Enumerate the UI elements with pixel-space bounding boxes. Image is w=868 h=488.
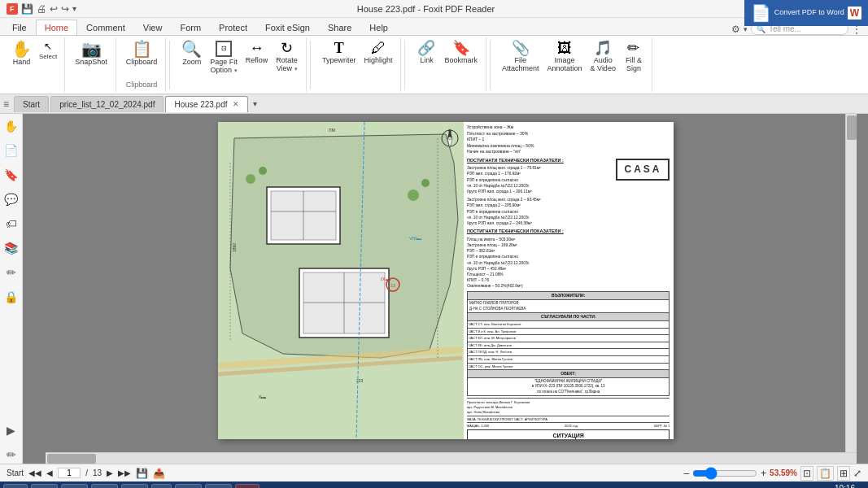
bookmark-button[interactable]: 🔖 Bookmark — [441, 39, 481, 67]
tab-protect[interactable]: Protect — [210, 20, 256, 35]
tab-home[interactable]: Home — [36, 20, 77, 35]
sidebar-collapse-btn[interactable]: ≡ — [3, 98, 9, 110]
taskbar-app2[interactable]: 🔴 — [205, 484, 232, 488]
start-button[interactable]: ⊞ — [3, 484, 28, 488]
hand-button[interactable]: ✋ Hand — [8, 39, 35, 68]
tab-price-list[interactable]: price_list_12_02_2024.pdf — [50, 96, 164, 112]
object-content: "ЕДНОФАМИЛНИ ЖИЛИЩНИ СГРАДИ" в УПИ IX–22… — [467, 378, 670, 396]
group-zoom: 🔍 Zoom ⊡ Page FitOption ▾ ↔ Reflow ↻ Rot… — [173, 37, 307, 92]
scrollbar-thumb-v[interactable] — [847, 115, 857, 140]
svg-text:N: N — [448, 129, 451, 133]
sidebar-tags[interactable]: 🏷 — [3, 215, 20, 233]
fill-sign-icon: ✏ — [627, 41, 639, 55]
convert-pdf-logo: W — [848, 7, 861, 20]
highlight-button[interactable]: 🖊 Highlight — [360, 39, 395, 67]
link-button[interactable]: 🔗 Link — [413, 39, 439, 67]
agreed-row-3: ЧАСТ ЕЛ: инж. М. Митрофанов — [467, 335, 670, 342]
tab-dropdown-btn[interactable]: ▾ — [253, 99, 257, 108]
nav-next-btn[interactable]: ▶ — [107, 468, 113, 477]
tab-form[interactable]: Form — [171, 20, 210, 35]
snapshot-button[interactable]: 📷 SnapShot — [72, 39, 111, 68]
pdf-page-content: ПМ 1892 X₂₂₃ 223 IX₂₂₃ VIII₂₂₄ 13 — [218, 122, 674, 439]
qat-print[interactable]: 🖨 — [37, 3, 46, 15]
taskbar-time-date: 10:16 27.2.2024 — [819, 483, 856, 488]
share-page-btn[interactable]: 📤 — [153, 468, 165, 479]
page-fit-button[interactable]: ⊡ Page FitOption ▾ — [207, 39, 241, 76]
tab-foxit-esign[interactable]: Foxit eSign — [256, 20, 319, 35]
zoom-slider[interactable] — [692, 467, 757, 480]
view-facing-btn[interactable]: ⊞ — [837, 466, 850, 481]
tab-comment[interactable]: Comment — [77, 20, 134, 35]
svg-point-22 — [246, 174, 255, 184]
taskbar-browser1[interactable]: 🌐 — [91, 484, 118, 488]
fullscreen-btn[interactable]: ⤢ — [853, 468, 861, 479]
sidebar-bookmarks[interactable]: 🔖 — [2, 166, 20, 184]
select-button[interactable]: ↖ Select — [37, 39, 59, 62]
convert-pdf-button[interactable]: 📄 Convert PDF to Word W — [744, 0, 868, 26]
tab-view[interactable]: View — [134, 20, 172, 35]
scrollbar-thumb-h[interactable] — [47, 454, 96, 464]
sidebar-security[interactable]: 🔒 — [2, 288, 20, 306]
taskbar-firefox[interactable]: 🦊 — [121, 484, 148, 488]
sidebar-layers[interactable]: 📚 — [2, 239, 20, 257]
section3-content: Площ на имота – 503.00м² Застроена площ … — [467, 237, 670, 290]
image-annotation-button[interactable]: 🖼 ImageAnnotation — [543, 39, 585, 75]
view-continuous-btn[interactable]: 📋 — [817, 466, 834, 481]
highlight-label: Highlight — [364, 57, 392, 65]
save-page-btn[interactable]: 💾 — [136, 468, 148, 479]
nav-prev-btn[interactable]: ◀ — [46, 468, 53, 477]
nav-first-btn[interactable]: ◀◀ — [28, 468, 41, 477]
status-bar: Start ◀◀ ◀ / 13 ▶ ▶▶ 💾 📤 – + 53.59% ⊡ 📋 … — [0, 464, 868, 481]
svg-text:1892: 1892 — [232, 243, 237, 252]
fill-sign-button[interactable]: ✏ Fill &Sign — [621, 39, 647, 75]
taskbar-app1[interactable]: 🟢 — [175, 484, 202, 488]
zone-line3: КПИТ – 1 — [467, 137, 670, 143]
tab-house-pdf[interactable]: House 223.pdf ✕ — [165, 96, 247, 112]
view-single-btn[interactable]: ⊡ — [800, 466, 813, 481]
sidebar-expand[interactable]: ▶ — [4, 421, 18, 439]
typewriter-button[interactable]: T Typewriter — [319, 39, 360, 67]
nav-last-btn[interactable]: ▶▶ — [118, 468, 131, 477]
scrollbar-horizontal[interactable] — [46, 452, 857, 464]
tab-file[interactable]: File — [3, 20, 36, 35]
svg-text:223: 223 — [356, 378, 364, 383]
ribbon-dropdown-icon[interactable]: ▾ — [744, 25, 748, 33]
sidebar-pages[interactable]: 📄 — [2, 142, 20, 159]
page-number-input[interactable] — [58, 468, 81, 478]
zoom-out-btn[interactable]: – — [683, 468, 689, 479]
tab-start[interactable]: Start — [14, 96, 49, 112]
sidebar-pen[interactable]: ✏ — [4, 446, 19, 464]
clipboard-group-label: Clipboard — [126, 81, 158, 90]
taskbar-chrome[interactable]: ● — [151, 484, 172, 488]
zoom-button[interactable]: 🔍 Zoom — [178, 39, 205, 68]
sidebar-comments[interactable]: 💬 — [2, 190, 20, 208]
tab-help[interactable]: Help — [360, 20, 397, 35]
taskbar-search[interactable]: 🔍 — [31, 484, 58, 488]
scrollbar-vertical[interactable] — [845, 114, 857, 464]
hand-label: Hand — [13, 59, 31, 67]
svg-point-24 — [408, 190, 419, 201]
ribbon-tabs: File Home Comment View Form Protect Foxi… — [0, 18, 868, 36]
titlebar-left: F 💾 🖨 ↩ ↪ ▾ — [7, 3, 76, 15]
sidebar-hand-tool[interactable]: ✋ — [2, 117, 20, 135]
qat-redo[interactable]: ↪ — [61, 3, 69, 15]
reflow-button[interactable]: ↔ Reflow — [242, 39, 272, 67]
taskbar-explorer[interactable]: 📁 — [61, 484, 88, 488]
qat-undo[interactable]: ↩ — [50, 3, 58, 15]
tab-house-pdf-close[interactable]: ✕ — [233, 100, 239, 108]
file-attachment-button[interactable]: 📎 FileAttachment — [499, 39, 543, 75]
clipboard-button[interactable]: 📋 Clipboard — [123, 39, 161, 68]
qat-save[interactable]: 💾 — [21, 3, 33, 15]
snapshot-icon: 📷 — [81, 41, 102, 57]
fill-sign-label: Fill &Sign — [626, 57, 642, 73]
sidebar-edit[interactable]: ✏ — [4, 264, 19, 281]
pdf-page: ПМ 1892 X₂₂₃ 223 IX₂₂₃ VIII₂₂₄ 13 — [218, 122, 674, 439]
taskbar-foxit[interactable]: F — [235, 484, 260, 488]
pdf-viewer[interactable]: ПМ 1892 X₂₂₃ 223 IX₂₂₃ VIII₂₂₄ 13 — [23, 114, 868, 464]
audio-video-button[interactable]: 🎵 Audio& Video — [587, 39, 619, 75]
ribbon-settings-icon[interactable]: ⚙ — [731, 24, 740, 35]
zoom-in-btn[interactable]: + — [761, 468, 766, 479]
tab-share[interactable]: Share — [319, 20, 360, 35]
group-snapshot: 📷 SnapShot — [67, 37, 116, 92]
rotate-view-button[interactable]: ↻ RotateView ▾ — [273, 39, 301, 75]
